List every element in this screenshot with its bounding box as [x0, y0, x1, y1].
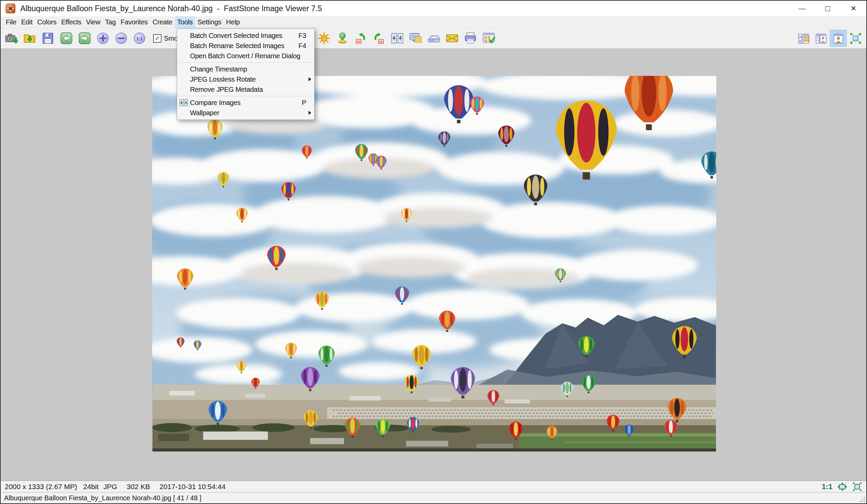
submenu-arrow-icon: [309, 111, 311, 115]
rotate-left-90-icon: 90: [354, 32, 367, 45]
browser-preview-icon: [815, 32, 827, 45]
zoom-actual-size-button[interactable]: 1:1: [133, 32, 146, 45]
fit-to-width-icon[interactable]: [837, 482, 847, 492]
menu-item-remove-jpeg-metadata[interactable]: Remove JPEG Metadata: [177, 84, 314, 95]
window-title: Albuquerque Balloon Fiesta_by_Laurence N…: [20, 4, 322, 13]
arrow-left-icon: [60, 32, 73, 45]
minimize-button[interactable]: —: [789, 1, 815, 16]
menu-item-wallpaper[interactable]: Wallpaper: [177, 108, 314, 118]
menu-item-label: Compare Images: [190, 99, 240, 107]
printer-icon: [464, 32, 477, 45]
menu-item-label: Open Batch Convert / Rename Dialog: [190, 52, 300, 60]
one-to-one-icon: 1:1: [133, 32, 146, 45]
previous-image-button[interactable]: [60, 32, 73, 45]
rotate-left-button[interactable]: 90: [354, 32, 367, 45]
svg-text:90: 90: [357, 40, 360, 43]
menubar-item-help[interactable]: Help: [224, 16, 242, 28]
toolbar: 1:1 ✓ Smooth: [1, 28, 866, 49]
wallpaper-monitor-icon: [409, 32, 422, 45]
rotate-right-button[interactable]: 90: [372, 32, 386, 45]
fit-to-window-icon[interactable]: [852, 482, 862, 492]
zoom-controls: 1:1: [822, 482, 862, 492]
menubar-item-create[interactable]: Create: [150, 16, 175, 28]
menu-item-jpeg-lossless-rotate[interactable]: JPEG Lossless Rotate: [177, 74, 314, 84]
menu-item-batch-rename-selected-images[interactable]: Batch Rename Selected Images F4: [177, 41, 314, 51]
viewer-area: [1, 49, 866, 481]
zoom-in-icon: [96, 32, 110, 45]
full-view-button[interactable]: [830, 30, 846, 46]
file-info-bar: Albuquerque Balloon Fiesta_by_Laurence N…: [1, 492, 866, 503]
menu-item-label: JPEG Lossless Rotate: [190, 76, 256, 83]
image-canvas[interactable]: [152, 76, 716, 451]
menu-item-shortcut: F3: [298, 32, 314, 40]
next-image-button[interactable]: [78, 32, 92, 45]
menu-item-change-timestamp[interactable]: Change Timestamp: [177, 64, 314, 74]
browser-preview-button[interactable]: [813, 30, 829, 46]
smooth-checkbox[interactable]: ✓: [153, 34, 162, 43]
menubar-item-effects[interactable]: Effects: [59, 16, 84, 28]
stamp-icon: [336, 32, 349, 45]
save-icon: [41, 32, 55, 45]
toolbar-center-group: 90 90: [317, 32, 500, 45]
menubar-item-tools[interactable]: Tools: [175, 16, 195, 28]
save-as-button[interactable]: [41, 32, 55, 45]
fullscreen-icon: [849, 32, 862, 45]
compare-images-button[interactable]: [390, 32, 404, 45]
zoom-ratio-label: 1:1: [822, 482, 833, 491]
zoom-out-icon: [115, 32, 128, 45]
resize-grip[interactable]: [859, 496, 865, 502]
print-button[interactable]: [464, 32, 477, 45]
menubar-item-file[interactable]: File: [3, 16, 19, 28]
camera-download-icon: [5, 32, 18, 45]
adjust-lighting-button[interactable]: [317, 32, 331, 45]
maximize-button[interactable]: □: [815, 1, 841, 16]
valley: [152, 385, 716, 427]
settings-check-icon: [482, 32, 495, 45]
menubar-item-colors[interactable]: Colors: [35, 16, 59, 28]
file-timestamp: 2017-10-31 10:54:44: [160, 483, 226, 491]
open-folder-button[interactable]: [23, 32, 36, 45]
full-view-icon: [832, 32, 845, 45]
submenu-arrow-icon: [309, 77, 311, 81]
menu-separator: [178, 62, 314, 63]
menu-item-label: Change Timestamp: [190, 65, 247, 73]
email-button[interactable]: [445, 32, 459, 45]
menubar-item-edit[interactable]: Edit: [19, 16, 35, 28]
bit-depth: 24bit: [83, 483, 99, 491]
menu-item-shortcut: F4: [298, 42, 314, 50]
menubar-item-settings[interactable]: Settings: [195, 16, 224, 28]
view-mode-group: [794, 30, 864, 46]
browser-view-button[interactable]: [795, 30, 812, 46]
settings-button[interactable]: [482, 32, 495, 45]
browser-view-icon: [798, 32, 810, 45]
envelope-icon: [445, 32, 459, 45]
window-controls: — □ ✕: [789, 1, 866, 16]
image-dimensions: 2000 x 1333 (2.67 MP): [5, 483, 77, 491]
menu-item-label: Remove JPEG Metadata: [190, 86, 263, 94]
current-file-label: Albuquerque Balloon Fiesta_by_Laurence N…: [4, 494, 202, 502]
clone-stamp-button[interactable]: [336, 32, 349, 45]
menu-item-label: Batch Rename Selected Images: [190, 42, 284, 50]
scanner-icon: [427, 32, 441, 45]
sun-icon: [317, 32, 331, 45]
status-bar: 2000 x 1333 (2.67 MP) 24bit JPG 302 KB 2…: [1, 481, 866, 492]
open-from-camera-button[interactable]: [5, 32, 18, 45]
close-button[interactable]: ✕: [841, 1, 866, 16]
zoom-out-button[interactable]: [115, 32, 128, 45]
menu-item-open-batch-convert-rename-dialog[interactable]: Open Batch Convert / Rename Dialog: [177, 51, 314, 61]
zoom-in-button[interactable]: [96, 32, 110, 45]
set-wallpaper-button[interactable]: [409, 32, 422, 45]
menubar-item-tag[interactable]: Tag: [103, 16, 118, 28]
acquire-scanner-button[interactable]: [427, 32, 441, 45]
faststone-logo-icon: [6, 3, 15, 13]
menubar-item-favorites[interactable]: Favorites: [118, 16, 150, 28]
menu-item-batch-convert-selected-images[interactable]: Batch Convert Selected Images F3: [177, 31, 314, 41]
menu-separator: [178, 96, 314, 96]
fullscreen-button[interactable]: [847, 30, 864, 46]
tools-dropdown-menu: Batch Convert Selected Images F3 Batch R…: [177, 29, 314, 120]
menu-item-compare-images[interactable]: Compare Images P: [177, 98, 314, 108]
menubar-item-view[interactable]: View: [84, 16, 103, 28]
file-format: JPG: [103, 483, 117, 491]
arrow-right-icon: [78, 32, 92, 45]
menu-item-label: Wallpaper: [190, 109, 220, 117]
